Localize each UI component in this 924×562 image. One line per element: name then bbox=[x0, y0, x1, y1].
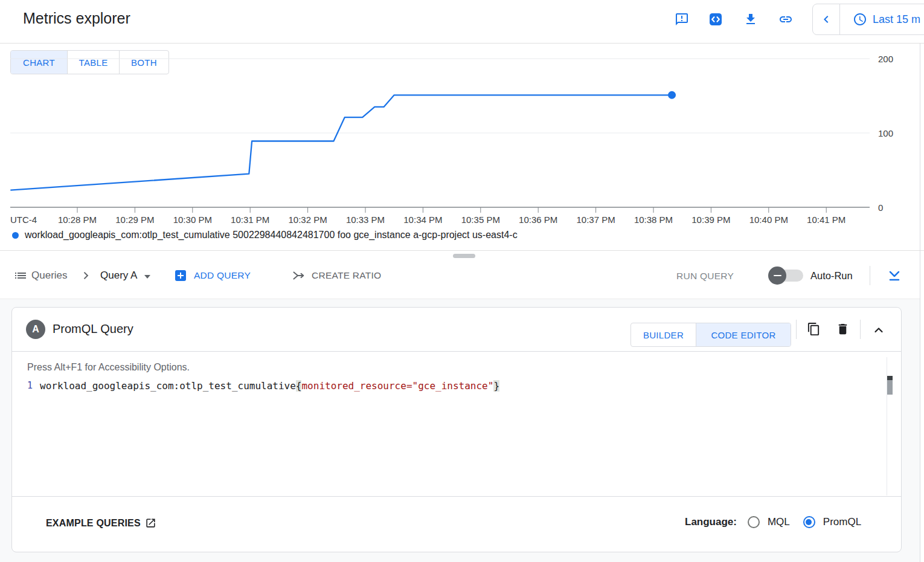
query-card-title: PromQL Query bbox=[53, 322, 133, 336]
toolbar-divider bbox=[870, 266, 870, 285]
legend-series-dot bbox=[12, 232, 19, 239]
code-equals-token: = bbox=[406, 380, 412, 392]
svg-text:10:30 PM: 10:30 PM bbox=[173, 215, 212, 225]
timeseries-line-chart[interactable]: 010020010:28 PM10:29 PM10:30 PM10:31 PM1… bbox=[0, 44, 924, 249]
svg-text:10:38 PM: 10:38 PM bbox=[634, 215, 673, 225]
auto-run-toggle[interactable] bbox=[768, 266, 803, 285]
svg-text:10:36 PM: 10:36 PM bbox=[519, 215, 557, 225]
feedback-icon[interactable] bbox=[675, 12, 689, 27]
code-close-brace-token: } bbox=[493, 380, 499, 392]
query-card-footer: EXAMPLE QUERIES Language: MQL PromQL bbox=[12, 496, 901, 552]
section-divider bbox=[0, 250, 924, 251]
add-query-button[interactable]: ADD QUERY bbox=[173, 268, 251, 283]
example-queries-label: EXAMPLE QUERIES bbox=[46, 518, 141, 529]
chart-legend-item[interactable]: workload_googleapis_com:otlp_test_cumula… bbox=[12, 230, 518, 241]
delete-query-icon[interactable] bbox=[836, 322, 850, 336]
breadcrumb-chevron-icon bbox=[80, 270, 92, 282]
svg-text:10:28 PM: 10:28 PM bbox=[58, 215, 97, 225]
radio-promql[interactable] bbox=[803, 516, 815, 528]
chart-endpoint-dot[interactable] bbox=[668, 91, 676, 99]
code-editor-line[interactable]: 1 workload_googleapis_com:otlp_test_cumu… bbox=[12, 376, 887, 395]
query-selector-dropdown[interactable]: Query A bbox=[100, 270, 150, 282]
svg-text:UTC-4: UTC-4 bbox=[10, 215, 37, 225]
svg-text:10:35 PM: 10:35 PM bbox=[461, 215, 500, 225]
queries-list-icon bbox=[13, 268, 28, 283]
svg-text:0: 0 bbox=[878, 202, 883, 213]
chart-line-series[interactable] bbox=[10, 95, 672, 190]
toggle-minus-icon bbox=[774, 275, 781, 277]
editor-mode-tab-group: BUILDER CODE EDITOR bbox=[630, 323, 791, 347]
code-metric-token: workload_googleapis_com:otlp_test_cumula… bbox=[40, 380, 296, 392]
time-range-button[interactable]: Last 15 m bbox=[840, 12, 920, 27]
svg-text:10:40 PM: 10:40 PM bbox=[749, 215, 788, 225]
chevron-left-icon bbox=[819, 12, 833, 27]
toggle-thumb bbox=[768, 266, 786, 285]
page-title: Metrics explorer bbox=[23, 10, 130, 27]
radio-mql[interactable] bbox=[748, 516, 760, 528]
splitter-drag-handle[interactable] bbox=[453, 254, 475, 258]
code-editor-mode-icon[interactable] bbox=[708, 12, 723, 27]
editor-accessibility-hint: Press Alt+F1 for Accessibility Options. bbox=[27, 362, 190, 373]
header-control-divider-2 bbox=[860, 320, 861, 339]
time-range-label: Last 15 m bbox=[873, 13, 920, 26]
open-in-new-icon bbox=[145, 517, 156, 529]
tab-builder[interactable]: BUILDER bbox=[631, 323, 696, 346]
run-query-button[interactable]: RUN QUERY bbox=[676, 271, 734, 282]
svg-text:10:32 PM: 10:32 PM bbox=[288, 215, 327, 225]
svg-text:100: 100 bbox=[878, 128, 893, 138]
query-selector-value: Query A bbox=[100, 270, 137, 282]
clock-icon bbox=[853, 12, 867, 27]
create-ratio-label: CREATE RATIO bbox=[312, 270, 381, 281]
tab-code-editor[interactable]: CODE EDITOR bbox=[696, 323, 791, 346]
duplicate-query-icon[interactable] bbox=[807, 322, 821, 336]
svg-text:10:29 PM: 10:29 PM bbox=[115, 215, 154, 225]
radio-mql-label[interactable]: MQL bbox=[768, 516, 790, 528]
svg-text:10:33 PM: 10:33 PM bbox=[346, 215, 385, 225]
download-icon[interactable] bbox=[743, 12, 758, 27]
svg-text:200: 200 bbox=[878, 54, 893, 64]
queries-breadcrumb-label: Queries bbox=[31, 270, 68, 282]
svg-text:10:37 PM: 10:37 PM bbox=[576, 215, 615, 225]
collapse-all-icon[interactable] bbox=[887, 268, 902, 284]
svg-text:10:41 PM: 10:41 PM bbox=[807, 215, 845, 225]
editor-scrollbar-thumb[interactable] bbox=[887, 376, 893, 395]
language-selector: Language: MQL PromQL bbox=[685, 516, 861, 528]
svg-text:10:39 PM: 10:39 PM bbox=[691, 215, 730, 225]
auto-run-label: Auto-Run bbox=[810, 270, 853, 282]
radio-promql-label[interactable]: PromQL bbox=[823, 516, 861, 528]
query-card-header: A PromQL Query BUILDER CODE EDITOR bbox=[12, 308, 901, 352]
promql-expression: workload_googleapis_com:otlp_test_cumula… bbox=[40, 380, 499, 392]
legend-series-label: workload_googleapis_com:otlp_test_cumula… bbox=[25, 230, 518, 241]
add-box-icon bbox=[173, 268, 188, 283]
code-string-token: "gce_instance" bbox=[412, 380, 494, 392]
svg-text:10:34 PM: 10:34 PM bbox=[403, 215, 442, 225]
line-number: 1 bbox=[12, 380, 40, 391]
header-control-divider bbox=[796, 320, 797, 339]
create-ratio-button[interactable]: CREATE RATIO bbox=[292, 268, 381, 283]
code-label-token: monitored_resource bbox=[301, 380, 406, 392]
language-label: Language: bbox=[685, 516, 737, 528]
create-ratio-icon bbox=[292, 268, 306, 283]
right-panel-strip bbox=[920, 299, 924, 562]
time-range-control: Last 15 m bbox=[812, 4, 924, 35]
metrics-explorer-page: Metrics explorer Last 15 m CHART TABLE B… bbox=[0, 0, 924, 562]
time-range-collapse-button[interactable] bbox=[813, 4, 839, 34]
promql-query-card: A PromQL Query BUILDER CODE EDITOR Press… bbox=[11, 307, 902, 552]
example-queries-link[interactable]: EXAMPLE QUERIES bbox=[46, 517, 156, 529]
svg-text:10:31 PM: 10:31 PM bbox=[231, 215, 269, 225]
query-badge: A bbox=[26, 320, 45, 339]
add-query-label: ADD QUERY bbox=[194, 270, 251, 281]
caret-down-icon bbox=[144, 275, 150, 279]
share-link-icon[interactable] bbox=[778, 12, 793, 27]
collapse-panel-chevron-icon[interactable] bbox=[871, 323, 886, 337]
